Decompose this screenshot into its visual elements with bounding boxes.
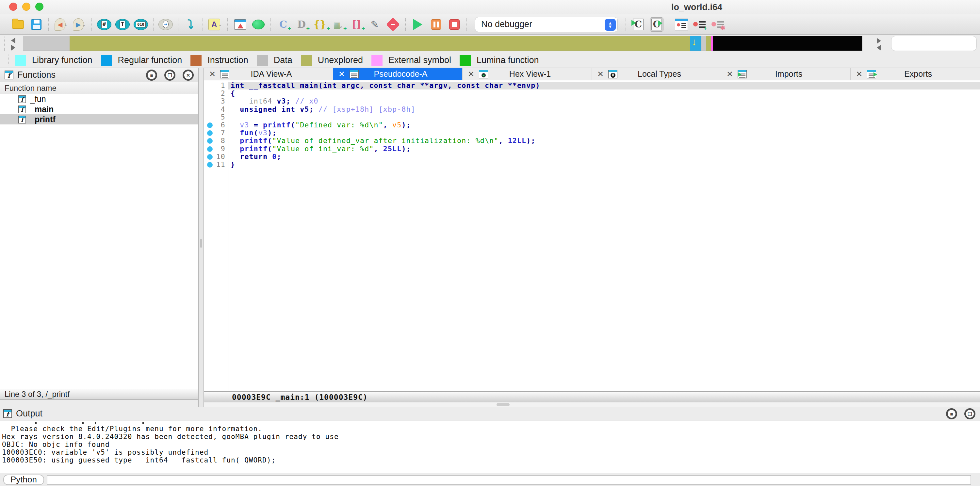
minimize-window-button[interactable] — [22, 3, 30, 11]
navband-segment[interactable] — [23, 36, 70, 51]
open-file-icon[interactable] — [10, 17, 25, 32]
close-tab-icon[interactable]: ✕ — [468, 70, 474, 79]
desktop-add-icon[interactable]: + — [692, 17, 707, 32]
navband-drag-handle[interactable] — [4, 37, 5, 51]
tab-imports[interactable]: ✕Imports — [721, 68, 851, 80]
chevron-down-icon[interactable]: ⌄ — [64, 22, 68, 27]
function-list-item[interactable]: _main — [0, 104, 198, 114]
navband-right-arrow-icon[interactable] — [11, 45, 15, 51]
float-panel-button[interactable]: ❐ — [164, 70, 175, 81]
navband-segment[interactable] — [70, 36, 690, 51]
dock-panel-button[interactable]: ■ — [146, 70, 157, 81]
stop-process-icon[interactable] — [447, 17, 462, 32]
save-file-icon[interactable] — [29, 17, 44, 32]
close-tab-icon[interactable]: ✕ — [856, 70, 862, 79]
code-line[interactable]: 4 unsigned int v5; // [xsp+18h] [xbp-8h] — [204, 105, 980, 113]
python-cli-input[interactable] — [47, 475, 971, 485]
tab-exports[interactable]: ✕Exports — [851, 68, 980, 80]
chevron-down-icon[interactable]: ⌄ — [218, 22, 223, 27]
navband-segment[interactable] — [706, 36, 711, 51]
tab-hex-view-1[interactable]: ✕Hex View-1 — [463, 68, 592, 80]
desktop-add-glyph: + — [693, 19, 706, 30]
close-tab-icon[interactable]: ✕ — [209, 70, 216, 79]
add-array-type-icon[interactable]: []+ — [349, 17, 364, 32]
debugger-select-value: No debugger — [475, 19, 532, 29]
code-line[interactable]: 5 — [204, 113, 980, 121]
code-line[interactable]: 2{ — [204, 89, 980, 97]
close-window-button[interactable] — [9, 3, 18, 11]
desktop-delete-icon[interactable]: ✱ — [711, 17, 725, 32]
debugger-select-dropdown[interactable]: No debugger▲▼ — [475, 17, 618, 32]
output-panel-header[interactable]: Output ■ ❐ — [0, 407, 980, 420]
navband-left-arrow-icon[interactable] — [11, 38, 15, 43]
code-line[interactable]: 8 printf("Value of defined_var after ini… — [204, 137, 980, 145]
desktop-layout-icon[interactable] — [674, 17, 689, 32]
tab-pseudocode-a[interactable]: ✕Pseudocode-A — [333, 68, 463, 80]
navigate-back-icon[interactable]: ◀⌄ — [54, 17, 68, 32]
functions-panel-header[interactable]: Functions ■ ❐ ✕ — [0, 68, 198, 82]
close-tab-icon[interactable]: ✕ — [597, 70, 604, 79]
scrollbar-thumb[interactable] — [496, 403, 510, 406]
function-list-item[interactable]: _printf — [0, 114, 198, 124]
function-name-column-header[interactable]: Function name — [0, 82, 198, 94]
navband-left-arrow-icon[interactable] — [877, 45, 881, 51]
navband-search-box[interactable] — [891, 36, 977, 51]
rename-icon[interactable]: A⌄ — [208, 17, 223, 32]
close-tab-icon[interactable]: ✕ — [339, 70, 345, 79]
code-token — [231, 121, 240, 129]
pseudocode-view[interactable]: 1int __fastcall main(int argc, const cha… — [204, 80, 980, 391]
tab-ida-view-a[interactable]: ✕IDA View-A — [204, 68, 333, 80]
clipped-text-fragment — [142, 422, 144, 424]
code-line[interactable]: 7 fun(v3); — [204, 129, 980, 137]
output-panel-title: Output — [16, 408, 43, 419]
code-token: ); — [401, 121, 410, 129]
number-format-icon[interactable]: # — [97, 17, 112, 32]
edit-type-icon[interactable]: ✎ — [367, 17, 382, 32]
quick-compile-icon[interactable]: C — [649, 17, 664, 32]
add-c-type-icon[interactable]: C+ — [276, 17, 291, 32]
code-line[interactable]: 9 printf("Value of ini_var: %d", 25LL); — [204, 145, 980, 153]
code-line[interactable]: 1int __fastcall main(int argc, const cha… — [204, 82, 980, 89]
jump-next-icon[interactable]: ⤵ — [183, 17, 198, 32]
navigate-forward-icon[interactable]: ▶⌄ — [72, 17, 87, 32]
chevron-down-icon[interactable]: ⌄ — [82, 22, 86, 27]
close-tab-icon[interactable]: ✕ — [727, 70, 733, 79]
function-list-item[interactable]: _fun — [0, 94, 198, 104]
python-cli-selector-button[interactable]: Python — [3, 475, 44, 485]
code-line[interactable]: 6 v3 = printf("Defined_var: %d\n", v5); — [204, 121, 980, 129]
pause-process-icon[interactable] — [429, 17, 444, 32]
navband-segment[interactable] — [702, 36, 706, 51]
code-line[interactable]: 10 return 0; — [204, 153, 980, 161]
legend-drag-handle[interactable] — [8, 54, 9, 66]
add-enum-type-icon[interactable]: {}+ — [312, 17, 327, 32]
output-log[interactable]: Please check the Edit/Plugins menu for m… — [0, 421, 980, 473]
tab-local-types[interactable]: ✕0Local Types — [592, 68, 721, 80]
jump-address-icon[interactable]: ➔ — [158, 17, 173, 32]
code-line[interactable]: 11} — [204, 161, 980, 168]
dock-output-button[interactable]: ■ — [946, 408, 957, 419]
current-position-marker-icon: ↓ — [692, 37, 697, 47]
start-process-icon[interactable] — [410, 17, 425, 32]
delete-type-icon[interactable]: − — [385, 17, 401, 32]
navband-scroll-left-arrows[interactable] — [10, 37, 18, 51]
panel-splitter[interactable] — [199, 68, 204, 407]
add-struct-type-icon[interactable]: ▦+⌄ — [331, 17, 345, 32]
float-output-button[interactable]: ❐ — [964, 408, 975, 419]
lumina-function-icon[interactable] — [251, 17, 266, 32]
navband-right-arrow-icon[interactable] — [877, 38, 881, 44]
demangle-window-icon[interactable] — [232, 17, 248, 32]
text-format-icon[interactable]: T — [115, 17, 130, 32]
navband-segment[interactable]: ↓ — [690, 36, 702, 51]
navigation-band[interactable]: ↓ — [23, 36, 862, 51]
binary-format-icon[interactable]: 010 — [133, 17, 148, 32]
splitter-grip[interactable] — [200, 239, 202, 248]
produce-c-file-icon[interactable]: C — [631, 17, 646, 32]
add-d-type-icon[interactable]: D+ — [294, 17, 309, 32]
dropdown-stepper-icon[interactable]: ▲▼ — [605, 19, 616, 31]
navband-segment[interactable] — [713, 36, 862, 51]
zoom-window-button[interactable] — [35, 3, 43, 11]
navband-scroll-right-arrows[interactable] — [875, 37, 884, 51]
code-line[interactable]: 3 __int64 v3; // x0 — [204, 97, 980, 105]
close-panel-button[interactable]: ✕ — [183, 70, 194, 81]
pseudocode-horizontal-scrollbar[interactable] — [204, 402, 980, 407]
